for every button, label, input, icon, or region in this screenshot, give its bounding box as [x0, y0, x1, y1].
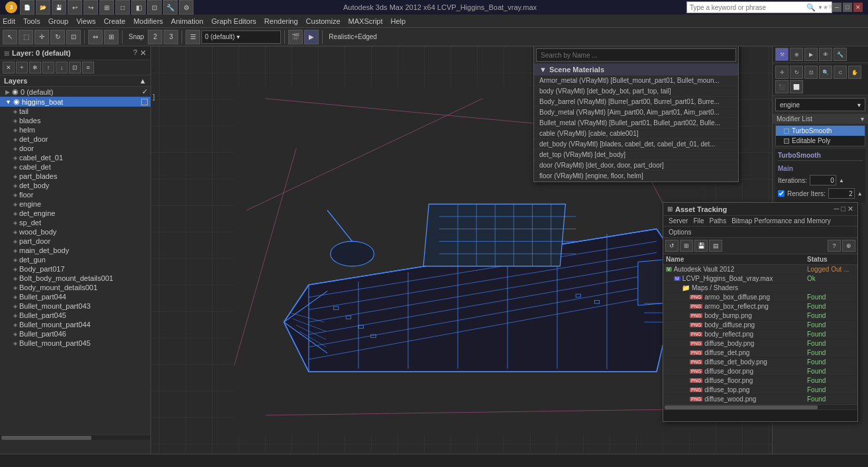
asset-row-png11[interactable]: PNGdiffuse_wood.png Found — [663, 395, 857, 404]
mirror-btn[interactable]: ⇔ — [88, 30, 103, 44]
menu-group[interactable]: Group — [48, 17, 69, 25]
mat-item-4[interactable]: Bullet_metal (VRayMtl) [Bullet_part01, B… — [534, 118, 738, 129]
search-box[interactable]: 🔍 ▼ ★ ? — [686, 1, 832, 13]
iterations-spin-up[interactable]: ▲ — [839, 178, 844, 183]
zoom-nav-btn[interactable]: 🔍 — [819, 66, 832, 79]
maximize-btn[interactable]: □ — [843, 3, 852, 12]
menu-help[interactable]: Help — [391, 17, 406, 25]
asset-row-png1[interactable]: PNGarmo_box_reflect.png Found — [663, 302, 857, 311]
material-search-input[interactable] — [536, 48, 736, 62]
layer-tool-up[interactable]: ↑ — [42, 62, 54, 74]
new-btn[interactable]: 📄 — [20, 0, 34, 15]
layer-tool-down[interactable]: ↓ — [56, 62, 68, 74]
search-input[interactable] — [687, 2, 804, 13]
move-nav-btn[interactable]: ✛ — [775, 66, 788, 79]
layer-item-bolt-body[interactable]: ◈ Bolt_body_mount_details001 — [0, 274, 150, 283]
layer-item-tail[interactable]: ◈ tail — [0, 107, 150, 116]
close-btn[interactable]: ✕ — [853, 3, 863, 12]
modify-tab-btn[interactable]: ⚒ — [775, 48, 788, 61]
align-btn[interactable]: ⊞ — [104, 30, 119, 44]
layer-tool-add[interactable]: + — [16, 62, 28, 74]
layers-scroll-thumb[interactable] — [1, 436, 91, 440]
asset-row-png2[interactable]: PNGbody_bump.png Found — [663, 311, 857, 321]
layer-tool-delete[interactable]: ✕ — [3, 62, 15, 74]
render-iters-spin-up[interactable]: ▲ — [857, 191, 863, 197]
menu-modifiers[interactable]: Modifiers — [133, 17, 163, 25]
help-icon[interactable]: ? — [828, 4, 832, 11]
asset-row-png8[interactable]: PNGdiffuse_door.png Found — [663, 367, 857, 376]
utilities-tab-btn[interactable]: 🔧 — [834, 48, 847, 61]
layer-item-blades[interactable]: ◈ blades — [0, 116, 150, 125]
menu-rendering[interactable]: Rendering — [264, 17, 298, 25]
asset-grid-btn[interactable]: ⊞ — [680, 240, 693, 252]
layer-item-bullet-mount043[interactable]: ◈ Bullet_mount_part043 — [0, 301, 150, 311]
menu-edit[interactable]: Edit — [3, 17, 15, 25]
asset-row-png7[interactable]: PNGdiffuse_det_body.png Found — [663, 358, 857, 367]
asset-list-btn[interactable]: ▤ — [709, 240, 722, 252]
menu-views[interactable]: Views — [76, 17, 95, 25]
mat-item-8[interactable]: door (VRayMtl) [det_door, door, part_doo… — [534, 160, 738, 171]
tb8[interactable]: ⚙ — [179, 0, 193, 15]
rotate-btn[interactable]: ↻ — [50, 30, 65, 44]
asset-row-max[interactable]: M LCVP_Higgins_Boat_vray.max Ok — [663, 274, 857, 284]
layer-item-det-engine[interactable]: ◈ det_engine — [0, 209, 150, 218]
layer-item-sp-det[interactable]: ◈ sp_det — [0, 218, 150, 227]
asset-menu-bitmap[interactable]: Bitmap Performance and Memory — [732, 217, 831, 225]
asset-menu-server[interactable]: Server — [669, 217, 688, 225]
motion-tab-btn[interactable]: ▶ — [804, 48, 818, 61]
layer-item-cabel-det[interactable]: ◈ cabel_det — [0, 162, 150, 172]
layer-item-0[interactable]: ▶ ◉ 0 (default) ✓ — [0, 87, 150, 97]
select-btn[interactable]: ↖ — [3, 30, 17, 44]
move-btn[interactable]: ✛ — [34, 30, 49, 44]
asset-menu-options[interactable]: Options — [669, 229, 691, 236]
layer-item-bullet044[interactable]: ◈ Bullet_part044 — [0, 292, 150, 301]
asset-row-vault[interactable]: V Autodesk Vault 2012 Logged Out ... — [663, 265, 857, 274]
layer-item-engine[interactable]: ◈ engine — [0, 199, 150, 209]
layer-item-floor[interactable]: ◈ floor — [0, 190, 150, 199]
asset-row-png3[interactable]: PNGbody_diffuse.png Found — [663, 321, 857, 330]
menu-tools[interactable]: Tools — [23, 17, 40, 25]
render-iters-checkbox[interactable] — [778, 190, 785, 197]
asset-scroll-thumb[interactable] — [665, 405, 818, 409]
layers-scrollbar-h[interactable] — [0, 435, 150, 440]
asset-menu-file[interactable]: File — [693, 217, 704, 225]
layer-item-part-door[interactable]: ◈ part_door — [0, 236, 150, 246]
tb7[interactable]: 🔧 — [163, 0, 178, 15]
layer-item-higgins[interactable]: ▼ ◉ higgins_boat — [0, 97, 150, 107]
layer-tool-group[interactable]: ⊡ — [69, 62, 81, 74]
layers-help-btn[interactable]: ? — [133, 48, 137, 58]
mat-item-6[interactable]: det_body (VRayMtl) [blades, cabel_det, c… — [534, 139, 738, 150]
asset-row-maps[interactable]: 📁 Maps / Shaders — [663, 284, 857, 293]
asset-list[interactable]: V Autodesk Vault 2012 Logged Out ... M L… — [663, 265, 857, 404]
asset-row-png6[interactable]: PNGdiffuse_det.png Found — [663, 348, 857, 358]
open-btn[interactable]: 📂 — [36, 0, 50, 15]
asset-row-png10[interactable]: PNGdiffuse_top.png Found — [663, 386, 857, 395]
layer-item-body-part017[interactable]: ◈ Body_part017 — [0, 264, 150, 274]
min-nav-btn[interactable]: ⬜ — [790, 80, 803, 93]
layer-item-main-det-body[interactable]: ◈ main_det_body — [0, 246, 150, 255]
asset-options-btn[interactable]: ⊕ — [842, 240, 855, 252]
engine-dropdown[interactable]: engine ▾ — [775, 98, 865, 111]
mat-item-5[interactable]: cable (VRayMtl) [cable, cable001] — [534, 129, 738, 139]
layer-item-det-gun[interactable]: ◈ det_gun — [0, 255, 150, 264]
mat-item-3[interactable]: Body_metal (VRayMtl) [Aim_part00, Aim_pa… — [534, 107, 738, 118]
asset-tracking-title-bar[interactable]: ⊞ Asset Tracking ─ □ ✕ — [663, 203, 857, 216]
layer-item-bullet045[interactable]: ◈ Bullet_part045 — [0, 311, 150, 320]
layer-dropdown[interactable]: 0 (default) ▾ — [201, 30, 281, 44]
menu-maxscript[interactable]: MAXScript — [349, 17, 383, 25]
asset-row-png4[interactable]: PNGbody_reflect.png Found — [663, 330, 857, 339]
redo-btn[interactable]: ↪ — [83, 0, 98, 15]
mat-item-2[interactable]: Body_barrel (VRayMtl) [Burrel_part00, Bu… — [534, 97, 738, 107]
layers-close-btn[interactable]: ✕ — [140, 48, 146, 58]
snap-3d-btn[interactable]: 3 — [164, 30, 178, 44]
asset-scrollbar-h[interactable] — [663, 404, 857, 409]
undo-btn[interactable]: ↩ — [68, 0, 82, 15]
rotate-nav-btn[interactable]: ↻ — [790, 66, 803, 79]
mat-item-7[interactable]: det_top (VRayMtl) [det_body] — [534, 150, 738, 160]
layer-item-door[interactable]: ◈ door — [0, 144, 150, 153]
search-icon[interactable]: 🔍 — [804, 3, 818, 12]
render-btn[interactable]: ▶ — [304, 30, 319, 44]
tb6[interactable]: ⊡ — [147, 0, 162, 15]
layer-item-det-body[interactable]: ◈ det_body — [0, 181, 150, 190]
menu-customize[interactable]: Customize — [306, 17, 341, 25]
